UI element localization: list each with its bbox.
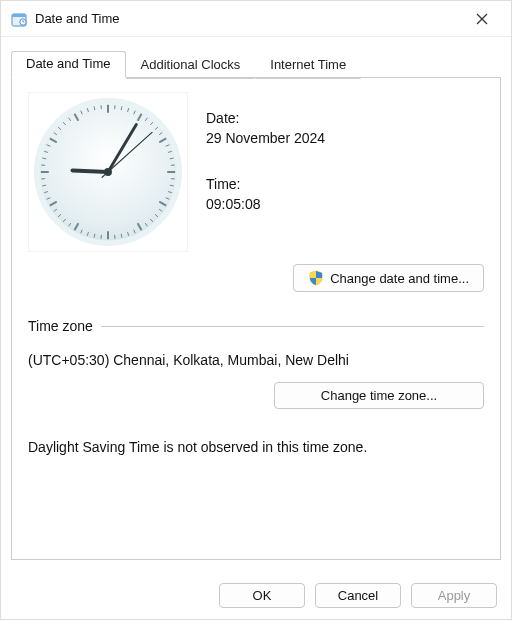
date-time-readout: Date: 29 November 2024 Time: 09:05:08 (206, 92, 325, 252)
time-label: Time: (206, 176, 325, 192)
tab-label: Additional Clocks (141, 57, 241, 72)
change-time-zone-button[interactable]: Change time zone... (274, 382, 484, 409)
window-title: Date and Time (35, 11, 459, 26)
date-time-icon (11, 11, 27, 27)
date-label: Date: (206, 110, 325, 126)
svg-point-72 (104, 168, 112, 176)
tab-additional-clocks[interactable]: Additional Clocks (126, 52, 256, 79)
button-label: OK (253, 588, 272, 603)
time-zone-value: (UTC+05:30) Chennai, Kolkata, Mumbai, Ne… (28, 352, 484, 368)
button-label: Change time zone... (321, 388, 437, 403)
button-label: Apply (438, 588, 471, 603)
svg-line-69 (72, 170, 108, 172)
date-value: 29 November 2024 (206, 130, 325, 146)
dst-note: Daylight Saving Time is not observed in … (28, 439, 484, 455)
apply-button[interactable]: Apply (411, 583, 497, 608)
ok-button[interactable]: OK (219, 583, 305, 608)
button-label: Change date and time... (330, 271, 469, 286)
dialog-button-row: OK Cancel Apply (1, 571, 511, 619)
tab-panel-date-and-time: Date: 29 November 2024 Time: 09:05:08 (11, 77, 501, 560)
close-icon (476, 13, 488, 25)
divider (101, 326, 484, 327)
close-button[interactable] (459, 5, 505, 33)
date-time-dialog: Date and Time Date and Time Additional C… (0, 0, 512, 620)
cancel-button[interactable]: Cancel (315, 583, 401, 608)
change-date-time-button[interactable]: Change date and time... (293, 264, 484, 292)
tab-label: Internet Time (270, 57, 346, 72)
tab-label: Date and Time (26, 56, 111, 71)
time-value: 09:05:08 (206, 196, 325, 212)
analog-clock (28, 92, 188, 252)
tab-internet-time[interactable]: Internet Time (255, 52, 361, 79)
uac-shield-icon (308, 270, 324, 286)
titlebar: Date and Time (1, 1, 511, 37)
tab-strip: Date and Time Additional Clocks Internet… (11, 51, 501, 78)
section-label: Time zone (28, 318, 93, 334)
button-label: Cancel (338, 588, 378, 603)
tab-date-and-time[interactable]: Date and Time (11, 51, 126, 78)
svg-rect-1 (12, 14, 26, 17)
time-zone-header: Time zone (28, 318, 484, 334)
date-time-section: Date: 29 November 2024 Time: 09:05:08 (28, 92, 484, 252)
